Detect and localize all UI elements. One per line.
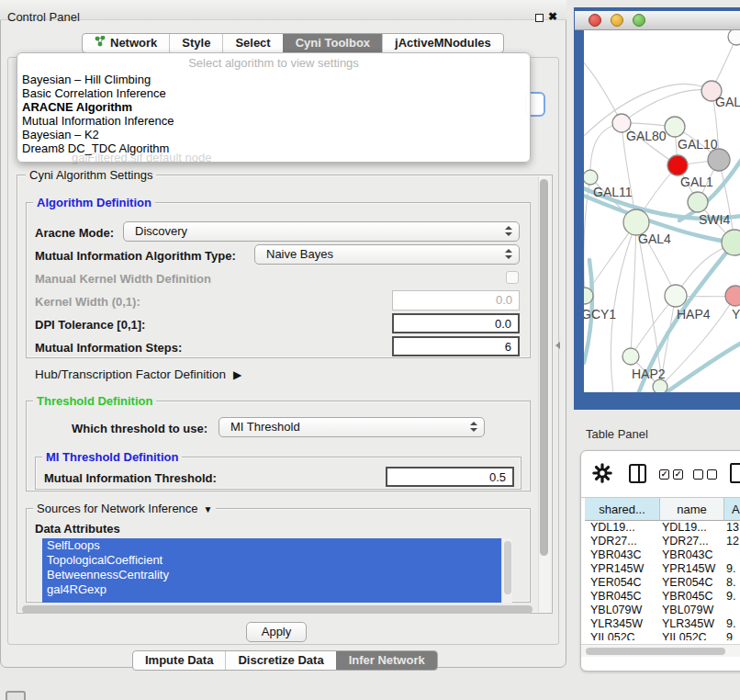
algorithm-dropdown-list[interactable]: Select algorithm to view settings Bayesi… (17, 52, 531, 163)
table-row[interactable]: YIL052CYIL052C9 (585, 631, 740, 640)
hub-definition-expander[interactable]: Hub/Transcription Factor Definition▶ (35, 367, 241, 381)
table-horizontal-scrollbar[interactable] (581, 644, 740, 657)
kernel-width-input[interactable]: 0.0 (392, 290, 520, 310)
sources-group-title: Sources for Network Inference (37, 502, 198, 515)
stepper-arrows-icon (505, 226, 512, 236)
network-node-label: HAP4 (677, 307, 711, 322)
algorithm-option[interactable]: Mutual Information Inference (17, 114, 530, 128)
attribute-list-item[interactable]: gal4RGexp (42, 582, 501, 597)
tab-impute-data[interactable]: Impute Data (133, 651, 225, 670)
network-view-canvas[interactable]: GALGAL80GAL10GAL1GAL11SWI4GAL4GCY1HAP4YH… (584, 30, 740, 392)
network-edge[interactable] (631, 222, 636, 356)
table-horizontal-scrollbar-thumb[interactable] (586, 648, 725, 655)
table-row[interactable]: YDR27...YDR27...12 (585, 535, 740, 548)
settings-group-title: Cyni Algorithm Settings (26, 168, 156, 182)
network-node[interactable] (688, 192, 708, 212)
network-node[interactable] (722, 230, 740, 255)
column-header-partial[interactable]: A (724, 498, 740, 521)
mi-steps-input[interactable]: 6 (392, 336, 520, 356)
checked-checkbox-icon[interactable]: ✓ (673, 469, 683, 480)
network-node[interactable] (653, 379, 667, 392)
split-columns-icon[interactable] (629, 464, 646, 483)
column-header-shared-name[interactable]: shared... (585, 498, 660, 521)
network-node[interactable] (584, 170, 598, 185)
expand-right-icon: ▶ (233, 368, 241, 381)
aracne-mode-select[interactable]: Discovery (123, 221, 520, 242)
network-node[interactable] (665, 117, 685, 137)
data-attributes-list[interactable]: SelfLoopsTopologicalCoefficientBetweenne… (42, 538, 512, 603)
table-cell: YIL052C (662, 631, 724, 640)
control-panel-tab-bar: Network Style Select Cyni Toolbox jActiv… (82, 33, 504, 53)
network-node[interactable] (708, 149, 730, 171)
apply-button[interactable]: Apply (246, 622, 307, 642)
network-edge-highlighted[interactable] (679, 159, 740, 220)
algorithm-option[interactable]: ARACNE Algorithm (17, 100, 530, 114)
panel-divider-collapse-icon[interactable] (555, 342, 560, 349)
obscured-network-combo-text: galFiltered.sif default node (72, 151, 211, 164)
tab-style[interactable]: Style (169, 34, 222, 52)
table-row[interactable]: YPR145WYPR145W9. (585, 562, 740, 576)
table-row[interactable]: YER054CYER054C8. (585, 576, 740, 590)
table-cell: YBL079W (585, 604, 662, 617)
table-cell: YBR043C (662, 548, 724, 562)
unchecked-checkbox-icon[interactable] (693, 469, 703, 480)
table-rows[interactable]: YDL19...YDL19...13YDR27...YDR27...12YBR0… (585, 521, 740, 640)
tab-discretize-data[interactable]: Discretize Data (225, 651, 335, 670)
table-cell: YIL052C (585, 631, 662, 640)
tab-cyni-toolbox[interactable]: Cyni Toolbox (283, 34, 382, 52)
network-edge[interactable] (584, 58, 622, 123)
partial-bottom-button[interactable] (6, 691, 26, 700)
tab-network[interactable]: Network (83, 34, 169, 52)
tab-infer-network[interactable]: Infer Network (336, 651, 437, 670)
table-cell: YBL079W (662, 604, 724, 617)
mi-type-select[interactable]: Naive Bayes (254, 244, 520, 265)
tab-select[interactable]: Select (222, 34, 282, 52)
network-node[interactable] (728, 30, 740, 45)
table-cell: YBR045C (585, 590, 662, 604)
which-threshold-select[interactable]: MI Threshold (219, 417, 485, 437)
table-cell (724, 548, 726, 562)
tab-jactivemnodules[interactable]: jActiveMNodules (382, 34, 503, 52)
gear-icon[interactable] (592, 463, 612, 487)
checked-checkbox-icon[interactable]: ✓ (659, 469, 669, 480)
network-edge-highlighted[interactable] (664, 343, 740, 392)
tab-label: Infer Network (349, 651, 425, 670)
minimize-traffic-light-icon[interactable] (611, 14, 623, 27)
table-cell: YER054C (662, 576, 724, 590)
table-row[interactable]: YLR345WYLR345W9. (585, 617, 740, 631)
algorithm-option[interactable]: Bayesian – K2 (17, 128, 530, 141)
network-node[interactable] (725, 286, 740, 306)
attribute-list-item[interactable]: TopologicalCoefficient (42, 553, 501, 568)
algorithm-option[interactable]: Basic Correlation Inference (17, 86, 530, 100)
dpi-tolerance-input[interactable]: 0.0 (392, 313, 520, 333)
settings-vertical-scrollbar-thumb[interactable] (540, 179, 548, 556)
close-icon[interactable]: ✖ (548, 10, 557, 23)
network-node[interactable] (667, 155, 688, 175)
sources-group-expander[interactable]: Sources for Network Inference▼ (33, 502, 216, 515)
cyni-bottom-tab-bar: Impute Data Discretize Data Infer Networ… (132, 650, 438, 671)
network-node[interactable] (622, 348, 639, 365)
attribute-list-item[interactable]: BetweennessCentrality (42, 568, 501, 582)
zoom-traffic-light-icon[interactable] (633, 14, 645, 27)
table-row[interactable]: YBR045CYBR045C9. (585, 590, 740, 604)
mi-threshold-input[interactable]: 0.5 (386, 467, 514, 487)
table-cell: YER054C (585, 576, 662, 590)
manual-kernel-checkbox[interactable] (506, 271, 519, 284)
close-traffic-light-icon[interactable] (589, 14, 601, 27)
table-row[interactable]: YDL19...YDL19...13 (585, 521, 740, 535)
unchecked-checkbox-icon[interactable] (707, 469, 717, 480)
attribute-list-item[interactable]: SelfLoops (42, 538, 501, 553)
network-edge[interactable] (622, 90, 712, 123)
network-node-label: GAL (715, 95, 740, 109)
table-cell: 13 (724, 521, 739, 535)
table-row[interactable]: YBL079WYBL079W (585, 604, 740, 617)
document-icon[interactable] (730, 463, 740, 483)
algorithm-option[interactable]: Bayesian – Hill Climbing (17, 73, 530, 86)
column-header-name[interactable]: name (660, 498, 724, 521)
settings-horizontal-scrollbar-thumb[interactable] (22, 605, 533, 614)
float-window-icon[interactable] (535, 14, 544, 22)
network-node[interactable] (665, 285, 687, 307)
attributes-list-scrollbar[interactable] (501, 538, 512, 603)
table-row[interactable]: YBR043CYBR043C (585, 548, 740, 562)
table-cell (724, 604, 726, 617)
